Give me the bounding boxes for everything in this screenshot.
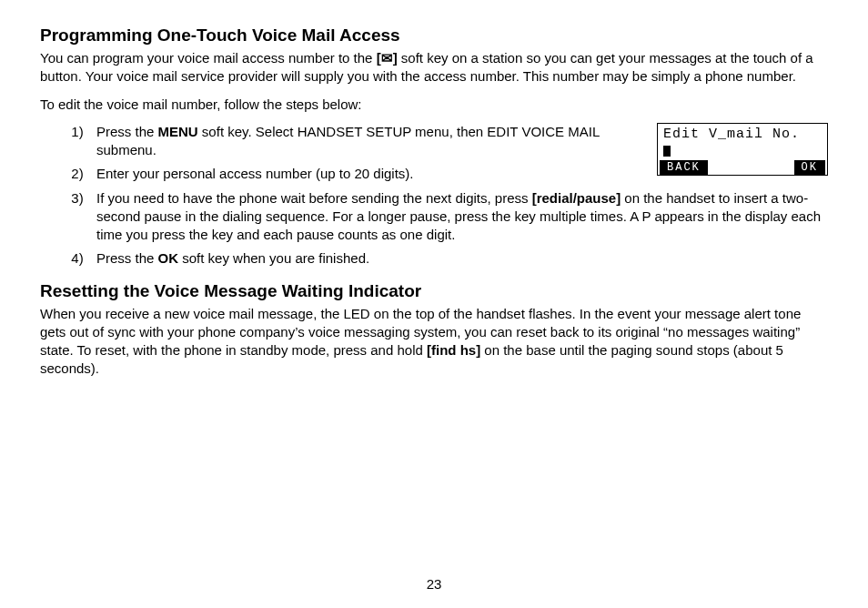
step4-pre: Press the <box>96 250 158 266</box>
lcd-ok-button: OK <box>794 160 825 175</box>
section2-body: When you receive a new voice mail messag… <box>40 305 828 379</box>
section1-lead: To edit the voice mail number, follow th… <box>40 96 828 114</box>
step3-pre: If you need to have the phone wait befor… <box>96 190 532 206</box>
lcd-back-button: BACK <box>660 160 708 175</box>
section1-heading: Programming One-Touch Voice Mail Access <box>40 25 828 46</box>
step-4: Press the OK soft key when you are finis… <box>91 249 828 268</box>
step4-bold: OK <box>158 250 179 266</box>
mail-icon-key: [✉] <box>377 50 398 66</box>
section2-heading: Resetting the Voice Message Waiting Indi… <box>40 281 828 301</box>
section2-bold: [find hs] <box>427 342 480 358</box>
section1-intro: You can program your voice mail access n… <box>40 49 828 86</box>
step1-bold: MENU <box>158 124 198 139</box>
intro-pre: You can program your voice mail access n… <box>40 50 377 66</box>
step1-pre: Press the <box>96 124 158 139</box>
lcd-screenshot: Edit V_mail No. BACK OK <box>657 123 828 176</box>
lcd-cursor-icon <box>663 146 671 157</box>
step-3: If you need to have the phone wait befor… <box>91 189 828 245</box>
lcd-title: Edit V_mail No. <box>663 127 800 142</box>
page-number: 23 <box>0 576 868 592</box>
step3-bold: [redial/pause] <box>532 190 621 206</box>
lcd-softkey-row: BACK OK <box>658 159 827 175</box>
lcd-title-row: Edit V_mail No. <box>658 124 827 159</box>
step4-post: soft key when you are finished. <box>178 250 369 266</box>
